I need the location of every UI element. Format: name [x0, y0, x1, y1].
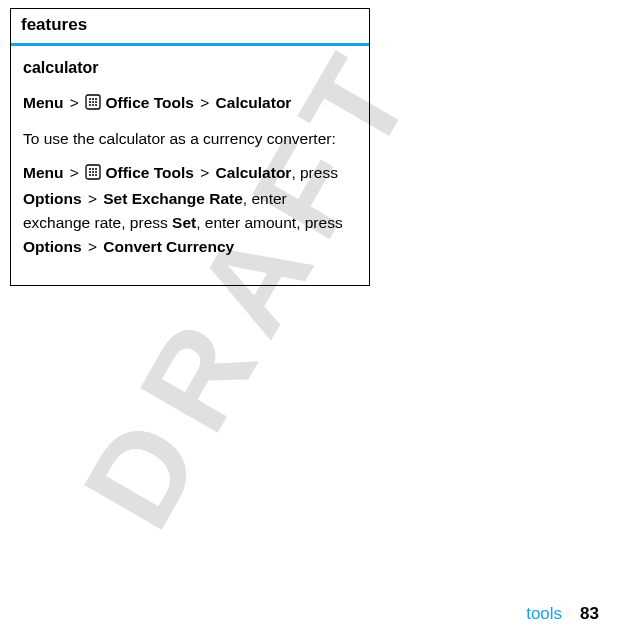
svg-point-1 [89, 98, 91, 100]
svg-point-8 [92, 104, 94, 106]
svg-point-16 [95, 171, 97, 173]
section-name: tools [526, 604, 562, 623]
svg-point-13 [95, 168, 97, 170]
svg-point-3 [95, 98, 97, 100]
nav-path-1: Menu > Office Tools > Calculator [23, 91, 357, 117]
calculator-label: Calculator [216, 94, 292, 111]
options-label: Options [23, 238, 82, 255]
separator: > [70, 164, 79, 181]
svg-point-9 [95, 104, 97, 106]
text: , enter amount, press [196, 214, 342, 231]
separator: > [200, 164, 209, 181]
svg-point-19 [95, 174, 97, 176]
separator: > [88, 238, 97, 255]
menu-icon [85, 163, 101, 187]
svg-point-2 [92, 98, 94, 100]
page-number: 83 [580, 604, 599, 623]
description: To use the calculator as a currency conv… [23, 127, 357, 151]
convert-currency-label: Convert Currency [103, 238, 234, 255]
table-header: features [11, 9, 369, 46]
separator: > [70, 94, 79, 111]
separator: > [88, 190, 97, 207]
menu-icon [85, 93, 101, 117]
set-exchange-rate-label: Set Exchange Rate [103, 190, 243, 207]
svg-point-5 [92, 101, 94, 103]
svg-point-7 [89, 104, 91, 106]
svg-point-12 [92, 168, 94, 170]
svg-point-17 [89, 174, 91, 176]
options-label: Options [23, 190, 82, 207]
table-body: calculator Menu > Office Tools > Calcula… [11, 46, 369, 285]
svg-point-18 [92, 174, 94, 176]
row-title: calculator [23, 56, 357, 81]
svg-point-4 [89, 101, 91, 103]
page-footer: tools83 [526, 604, 599, 624]
features-table: features calculator Menu > Office Tools … [10, 8, 370, 286]
office-tools-label: Office Tools [105, 94, 193, 111]
menu-label: Menu [23, 94, 63, 111]
set-label: Set [172, 214, 196, 231]
text: , press [291, 164, 338, 181]
calculator-label: Calculator [216, 164, 292, 181]
svg-point-6 [95, 101, 97, 103]
menu-label: Menu [23, 164, 63, 181]
svg-point-14 [89, 171, 91, 173]
svg-point-11 [89, 168, 91, 170]
separator: > [200, 94, 209, 111]
nav-path-2: Menu > Office Tools > Calculator, press … [23, 161, 357, 259]
office-tools-label: Office Tools [105, 164, 193, 181]
svg-point-15 [92, 171, 94, 173]
